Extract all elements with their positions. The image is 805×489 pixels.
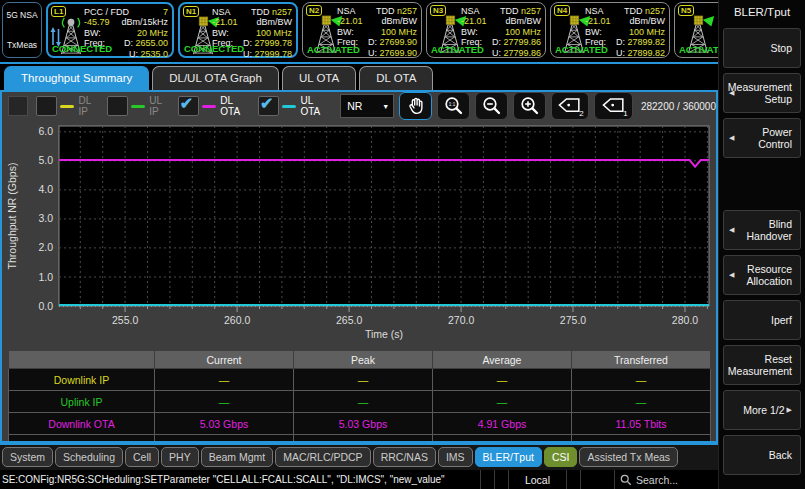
legend-line-swatch: [131, 105, 145, 108]
main-tab[interactable]: UL OTA: [282, 66, 356, 90]
value-average: 4.91 Gbps: [433, 413, 572, 435]
bottom-tab[interactable]: IMS: [438, 447, 473, 467]
bottom-tab[interactable]: RRC/NAS: [373, 447, 436, 467]
local-remote-indicator[interactable]: Local: [508, 470, 566, 489]
status-segment: [480, 470, 494, 489]
header-peak: Peak: [294, 351, 433, 369]
trace-select-dropdown[interactable]: NR ▼: [340, 94, 394, 118]
bottom-tab[interactable]: Cell: [125, 447, 159, 467]
cell-status-box[interactable]: N4: [550, 2, 670, 58]
value-peak: 33.61 Mbps: [294, 435, 433, 444]
row-label: Downlink IP: [9, 369, 155, 391]
table-header-row: Current Peak Average Transferred: [9, 351, 711, 369]
scpi-command-text: SE:CONFig:NR5G:SCHeduling:SETParameter "…: [0, 474, 480, 485]
bottom-tab[interactable]: CSI: [544, 447, 578, 467]
svg-text:260.0: 260.0: [224, 314, 250, 326]
zoom-reset-button[interactable]: 1:1: [437, 92, 470, 120]
bottom-tab[interactable]: BLER/Tput: [475, 447, 542, 467]
marker-2-icon: 2: [555, 94, 585, 118]
sample-counter: 282200 / 360000: [641, 101, 716, 112]
sidebar-button[interactable]: ◀ Measurement Setup ▶: [723, 73, 801, 113]
legend-checkbox[interactable]: ✔: [107, 96, 128, 116]
main-tab-strip: Throughput Summary DL/UL OTA Graph UL OT…: [0, 64, 718, 90]
bottom-tab[interactable]: Beam Mgmt: [201, 447, 274, 467]
legend-label: DL IP: [78, 95, 99, 117]
row-label: Downlink OTA: [9, 413, 155, 435]
collapse-button[interactable]: [8, 96, 28, 116]
legend-checkbox[interactable]: ✔: [178, 96, 199, 116]
zoom-out-button[interactable]: [475, 92, 508, 120]
svg-text:1.0: 1.0: [38, 271, 53, 283]
table-row: Downlink OTA 5.03 Gbps 5.03 Gbps 4.91 Gb…: [9, 413, 711, 435]
status-segment: [494, 470, 508, 489]
sidebar-button[interactable]: ◀ Stop ▶: [723, 28, 801, 68]
cell-status-bar: 5G NSA TxMeas L1: [0, 0, 718, 62]
legend-item: ✔ DL OTA: [178, 95, 250, 117]
legend-checkbox[interactable]: ✔: [258, 96, 279, 116]
cell-status-box[interactable]: N1: [178, 2, 298, 58]
sidebar-button[interactable]: ◀ Back ▶: [723, 435, 801, 475]
value-transferred: —: [572, 369, 711, 391]
value-transferred: —: [572, 391, 711, 413]
throughput-chart[interactable]: 0.01.02.03.04.05.06.0255.0260.0265.0270.…: [2, 122, 716, 346]
row-label: Uplink OTA: [9, 435, 155, 444]
sidebar-button[interactable]: ◀ Blind Handover ▶: [723, 210, 801, 250]
svg-text:1:1: 1:1: [448, 102, 455, 107]
pan-tool-button[interactable]: [399, 92, 432, 120]
marker-2-button[interactable]: 2: [551, 92, 589, 120]
bottom-tab[interactable]: Assisted Tx Meas: [579, 447, 678, 467]
bottom-tab[interactable]: System: [2, 447, 53, 467]
bottom-tab[interactable]: Scheduling: [55, 447, 123, 467]
svg-text:5.0: 5.0: [38, 154, 53, 166]
header-blank: [9, 351, 155, 369]
table-row: Uplink IP — — — —: [9, 391, 711, 413]
marker-1-button[interactable]: 1: [594, 92, 632, 120]
sidebar-button[interactable]: ◀ Reset Measurement ▶: [723, 345, 801, 385]
submenu-left-arrow-icon: ◀: [729, 134, 734, 142]
value-current: —: [155, 369, 294, 391]
cell-status-box[interactable]: N3: [426, 2, 546, 58]
legend-checkbox[interactable]: ✔: [36, 96, 57, 116]
cell-connection-status: ACTIVATED: [307, 44, 360, 55]
main-tab[interactable]: Throughput Summary: [4, 66, 149, 90]
bottom-tab-bar: System Scheduling Cell PHY Beam Mgmt MAC…: [0, 443, 718, 470]
row-label: Uplink IP: [9, 391, 155, 413]
value-average: 33.61 Mbps: [433, 435, 572, 444]
svg-text:255.0: 255.0: [112, 314, 138, 326]
legend-item: ✔ UL OTA: [258, 95, 330, 117]
bottom-tab[interactable]: MAC/RLC/PDCP: [275, 447, 370, 467]
sidebar-button[interactable]: ◀ Power Control ▶: [723, 118, 801, 158]
cell-status-box[interactable]: N5: [674, 2, 718, 58]
submenu-left-arrow-icon: ◀: [729, 89, 734, 97]
table-row: Uplink OTA 33.61 Mbps 33.61 Mbps 33.61 M…: [9, 435, 711, 444]
submenu-left-arrow-icon: ◀: [729, 226, 734, 234]
svg-text:0.0: 0.0: [38, 300, 53, 312]
legend-label: UL OTA: [300, 95, 330, 117]
sidebar-button[interactable]: ◀ Iperf ▶: [723, 300, 801, 340]
svg-text:275.0: 275.0: [560, 314, 586, 326]
zoom-in-button[interactable]: [513, 92, 546, 120]
legend-label: UL IP: [149, 95, 170, 117]
search-icon: [620, 474, 632, 486]
submenu-left-arrow-icon: ◀: [729, 271, 734, 279]
svg-text:6.0: 6.0: [38, 125, 53, 137]
table-row: Downlink IP — — — —: [9, 369, 711, 391]
cell-status-box[interactable]: N2: [302, 2, 422, 58]
svg-text:270.0: 270.0: [448, 314, 474, 326]
value-peak: —: [294, 391, 433, 413]
sidebar-button[interactable]: ◀ Resource Allocation ▶: [723, 255, 801, 295]
value-current: —: [155, 391, 294, 413]
cell-status-box[interactable]: L1: [46, 2, 174, 58]
technology-box[interactable]: 5G NSA TxMeas: [2, 2, 42, 58]
bottom-tab[interactable]: PHY: [161, 447, 199, 467]
value-peak: —: [294, 369, 433, 391]
cell-connection-status: ACTIVATED: [431, 44, 484, 55]
main-tab[interactable]: DL OTA: [359, 66, 433, 90]
svg-text:265.0: 265.0: [336, 314, 362, 326]
main-tab[interactable]: DL/UL OTA Graph: [152, 66, 279, 90]
sidebar-button[interactable]: ◀ More 1/2 ▶: [723, 390, 801, 430]
search-box[interactable]: Search...: [614, 470, 718, 489]
svg-text:1: 1: [623, 109, 628, 118]
status-segment: [566, 470, 580, 489]
chevron-down-icon: ▼: [382, 103, 389, 110]
